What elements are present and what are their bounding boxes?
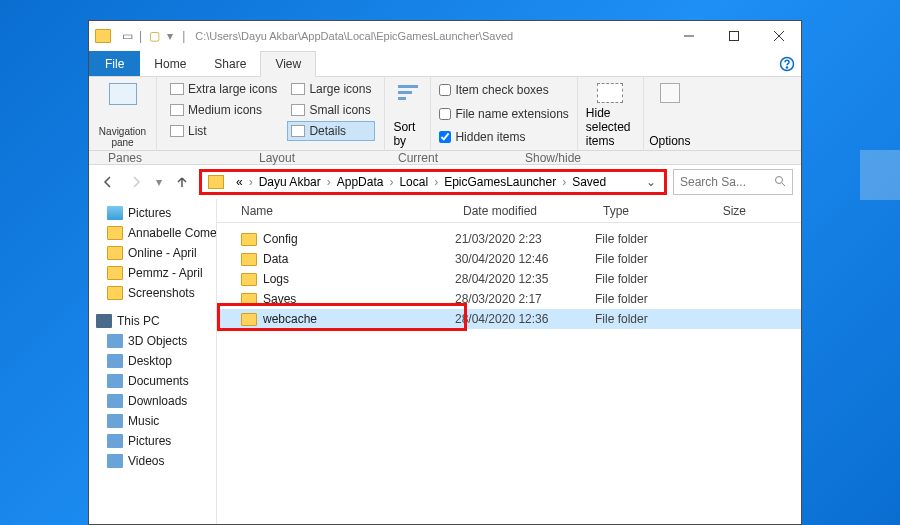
- tree-pictures[interactable]: Pictures: [89, 203, 216, 223]
- navigation-pane-label: Navigation pane: [97, 126, 148, 148]
- layout-list[interactable]: List: [166, 121, 281, 141]
- separator: |: [139, 29, 142, 43]
- layout-extra-large[interactable]: Extra large icons: [166, 79, 281, 99]
- ribbon-group-options: Options: [644, 77, 696, 150]
- col-name[interactable]: Name: [217, 204, 455, 218]
- chevron-right-icon[interactable]: ›: [560, 175, 568, 189]
- layout-medium[interactable]: Medium icons: [166, 100, 281, 120]
- svg-rect-8: [398, 97, 406, 100]
- tree-item[interactable]: Videos: [89, 451, 216, 471]
- address-bar[interactable]: « › Dayu Akbar › AppData › Local › EpicG…: [199, 169, 667, 195]
- chevron-down-icon[interactable]: ⌄: [89, 316, 91, 327]
- ribbon-group-panes: Navigation pane: [89, 77, 157, 150]
- desktop-peek: [860, 150, 900, 200]
- tab-home[interactable]: Home: [140, 51, 200, 76]
- breadcrumb-part[interactable]: EpicGamesLauncher: [440, 172, 560, 192]
- chevron-right-icon[interactable]: ›: [432, 175, 440, 189]
- navigation-bar: ▾ « › Dayu Akbar › AppData › Local › Epi…: [89, 165, 801, 199]
- tree-item[interactable]: Screenshots: [89, 283, 216, 303]
- navigation-pane-icon[interactable]: [109, 83, 137, 105]
- search-input[interactable]: [680, 175, 774, 189]
- tab-share[interactable]: Share: [200, 51, 260, 76]
- col-type[interactable]: Type: [595, 204, 705, 218]
- tree-item[interactable]: Annabelle Come: [89, 223, 216, 243]
- folder-icon: [208, 175, 224, 189]
- forward-button[interactable]: [125, 171, 147, 193]
- tree-item[interactable]: Pictures: [89, 431, 216, 451]
- hide-selected-label: Hide selected items: [586, 106, 635, 148]
- options-icon[interactable]: [660, 83, 680, 103]
- options-label: Options: [649, 134, 690, 148]
- file-row[interactable]: Logs 28/04/2020 12:35 File folder: [217, 269, 801, 289]
- breadcrumb-overflow[interactable]: «: [232, 172, 247, 192]
- layout-small[interactable]: Small icons: [287, 100, 375, 120]
- tree-thispc[interactable]: ⌄This PC: [89, 311, 216, 331]
- tree-item[interactable]: Music: [89, 411, 216, 431]
- tree-item[interactable]: Pemmz - April: [89, 263, 216, 283]
- recent-button[interactable]: ▾: [153, 171, 165, 193]
- svg-line-10: [782, 183, 785, 186]
- svg-point-5: [786, 66, 787, 67]
- up-button[interactable]: [171, 171, 193, 193]
- check-item-boxes[interactable]: Item check boxes: [439, 81, 568, 99]
- check-hidden[interactable]: Hidden items: [439, 128, 568, 146]
- minimize-button[interactable]: [666, 21, 711, 51]
- back-button[interactable]: [97, 171, 119, 193]
- ribbon-group-hide: Hide selected items: [578, 77, 644, 150]
- search-icon[interactable]: [774, 175, 786, 190]
- breadcrumb-part[interactable]: AppData: [333, 172, 388, 192]
- svg-rect-6: [398, 85, 418, 88]
- qat-properties-icon[interactable]: ▭: [119, 28, 135, 44]
- chevron-right-icon[interactable]: ›: [387, 175, 395, 189]
- svg-rect-7: [398, 91, 412, 94]
- svg-rect-1: [729, 32, 738, 41]
- maximize-button[interactable]: [711, 21, 756, 51]
- file-explorer-window: ▭ | ▢ ▾ | C:\Users\Dayu Akbar\AppData\Lo…: [88, 20, 802, 525]
- tab-view[interactable]: View: [260, 51, 316, 77]
- address-dropdown-icon[interactable]: ⌄: [640, 175, 662, 189]
- check-extensions[interactable]: File name extensions: [439, 105, 568, 123]
- ribbon: Navigation pane Extra large icons Medium…: [89, 77, 801, 151]
- qat-newfolder-icon[interactable]: ▢: [146, 28, 162, 44]
- column-headers[interactable]: Name Date modified Type Size: [217, 199, 801, 223]
- content-body: Pictures Annabelle Come Online - April P…: [89, 199, 801, 524]
- folder-icon: [241, 253, 257, 266]
- title-bar: ▭ | ▢ ▾ | C:\Users\Dayu Akbar\AppData\Lo…: [89, 21, 801, 51]
- sort-icon[interactable]: [396, 83, 420, 105]
- col-date[interactable]: Date modified: [455, 204, 595, 218]
- ribbon-group-layout: Extra large icons Medium icons List Larg…: [157, 77, 385, 150]
- col-size[interactable]: Size: [705, 204, 755, 218]
- chevron-right-icon[interactable]: ›: [247, 175, 255, 189]
- breadcrumb-part[interactable]: Dayu Akbar: [255, 172, 325, 192]
- separator: |: [182, 29, 185, 43]
- tree-item[interactable]: 3D Objects: [89, 331, 216, 351]
- breadcrumb-part[interactable]: Local: [395, 172, 432, 192]
- tree-item[interactable]: Desktop: [89, 351, 216, 371]
- layout-large[interactable]: Large icons: [287, 79, 375, 99]
- search-box[interactable]: [673, 169, 793, 195]
- folder-icon: [241, 233, 257, 246]
- chevron-right-icon[interactable]: ›: [325, 175, 333, 189]
- ribbon-group-sort: Sort by: [385, 77, 431, 150]
- close-button[interactable]: [756, 21, 801, 51]
- hide-selected-icon[interactable]: [597, 83, 623, 103]
- layout-details[interactable]: Details: [287, 121, 375, 141]
- window-title: C:\Users\Dayu Akbar\AppData\Local\EpicGa…: [195, 30, 666, 42]
- file-list: Name Date modified Type Size Config 21/0…: [217, 199, 801, 524]
- file-row[interactable]: Data 30/04/2020 12:46 File folder: [217, 249, 801, 269]
- folder-icon: [241, 273, 257, 286]
- sort-label: Sort by: [393, 120, 422, 148]
- qat-dropdown-icon[interactable]: ▾: [162, 28, 178, 44]
- tab-file[interactable]: File: [89, 51, 140, 76]
- help-button[interactable]: [773, 51, 801, 76]
- tree-item[interactable]: Documents: [89, 371, 216, 391]
- file-row[interactable]: Config 21/03/2020 2:23 File folder: [217, 229, 801, 249]
- navigation-tree[interactable]: Pictures Annabelle Come Online - April P…: [89, 199, 217, 524]
- ribbon-group-labels: Panes Layout Current view Show/hide: [89, 151, 801, 165]
- annotation-highlight: [217, 303, 467, 331]
- breadcrumb-part[interactable]: Saved: [568, 172, 610, 192]
- tree-item[interactable]: Online - April: [89, 243, 216, 263]
- folder-icon: [95, 29, 111, 43]
- ribbon-group-showhide: Item check boxes File name extensions Hi…: [431, 77, 577, 150]
- tree-item[interactable]: Downloads: [89, 391, 216, 411]
